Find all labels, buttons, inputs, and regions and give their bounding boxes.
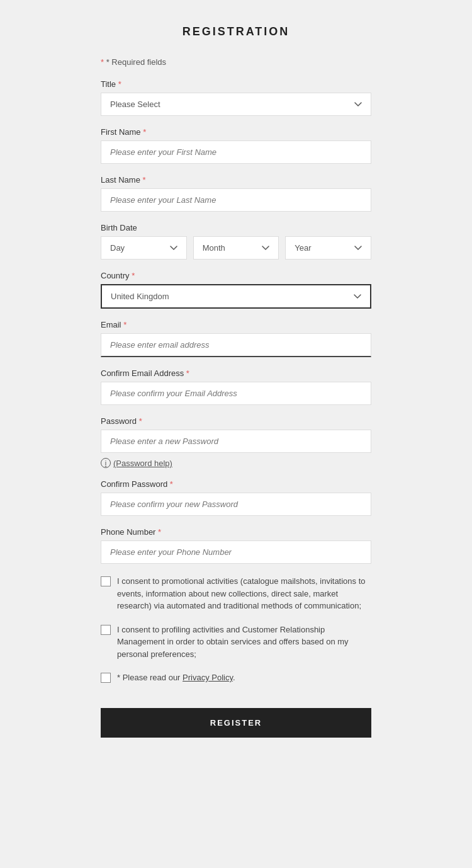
first-name-group: First Name * bbox=[101, 127, 371, 164]
birth-date-group: Birth Date Day Month Year bbox=[101, 223, 371, 260]
phone-asterisk: * bbox=[158, 527, 161, 537]
title-label: Title * bbox=[101, 79, 371, 89]
password-help-link[interactable]: i (Password help) bbox=[101, 458, 371, 468]
confirm-email-asterisk: * bbox=[186, 368, 189, 378]
password-asterisk: * bbox=[139, 416, 142, 426]
last-name-label: Last Name * bbox=[101, 175, 371, 185]
confirm-email-label: Confirm Email Address * bbox=[101, 368, 371, 378]
country-group: Country * United Kingdom United States F… bbox=[101, 271, 371, 309]
consent1-label: I consent to promotional activities (cat… bbox=[117, 575, 371, 612]
consent2-label: I consent to profiling activities and Cu… bbox=[117, 624, 371, 661]
password-label: Password * bbox=[101, 416, 371, 426]
last-name-input[interactable] bbox=[101, 188, 371, 212]
month-wrapper: Month bbox=[193, 236, 279, 260]
first-name-label: First Name * bbox=[101, 127, 371, 137]
phone-label: Phone Number * bbox=[101, 527, 371, 537]
consent2-checkbox[interactable] bbox=[101, 625, 111, 635]
birth-date-row: Day Month Year bbox=[101, 236, 371, 260]
page-title: REGISTRATION bbox=[183, 25, 290, 38]
password-group: Password * i (Password help) bbox=[101, 416, 371, 468]
title-asterisk: * bbox=[118, 79, 121, 89]
first-name-input[interactable] bbox=[101, 140, 371, 164]
consent1-checkbox[interactable] bbox=[101, 576, 111, 586]
privacy-group: * Please read our Privacy Policy. bbox=[101, 671, 371, 684]
country-label: Country * bbox=[101, 271, 371, 280]
confirm-password-asterisk: * bbox=[170, 479, 173, 489]
first-name-asterisk: * bbox=[143, 127, 146, 137]
email-group: Email * bbox=[101, 320, 371, 357]
consent1-group: I consent to promotional activities (cat… bbox=[101, 575, 371, 612]
confirm-password-label: Confirm Password * bbox=[101, 479, 371, 489]
confirm-email-group: Confirm Email Address * bbox=[101, 368, 371, 405]
info-icon: i bbox=[101, 458, 111, 468]
consent2-group: I consent to profiling activities and Cu… bbox=[101, 624, 371, 661]
required-fields-note: * * Required fields bbox=[101, 57, 371, 67]
country-select[interactable]: United Kingdom United States France Germ… bbox=[101, 284, 371, 309]
year-select[interactable]: Year bbox=[285, 236, 371, 260]
day-wrapper: Day bbox=[101, 236, 187, 260]
last-name-asterisk: * bbox=[143, 175, 146, 185]
privacy-checkbox[interactable] bbox=[101, 673, 111, 683]
phone-group: Phone Number * bbox=[101, 527, 371, 564]
page-container: REGISTRATION * * Required fields Title *… bbox=[0, 25, 472, 843]
day-select[interactable]: Day bbox=[101, 236, 187, 260]
register-button[interactable]: REGISTER bbox=[101, 708, 371, 738]
phone-input[interactable] bbox=[101, 540, 371, 564]
country-asterisk: * bbox=[132, 271, 135, 280]
year-wrapper: Year bbox=[285, 236, 371, 260]
required-asterisk: * bbox=[101, 57, 104, 67]
password-input[interactable] bbox=[101, 430, 371, 453]
confirm-email-input[interactable] bbox=[101, 382, 371, 405]
month-select[interactable]: Month bbox=[193, 236, 279, 260]
privacy-policy-link[interactable]: Privacy Policy bbox=[183, 673, 233, 682]
email-label: Email * bbox=[101, 320, 371, 329]
birth-date-label: Birth Date bbox=[101, 223, 371, 232]
title-select[interactable]: Please Select Mr Mrs Miss Ms Dr bbox=[101, 93, 371, 116]
registration-form: * * Required fields Title * Please Selec… bbox=[101, 57, 371, 738]
last-name-group: Last Name * bbox=[101, 175, 371, 212]
confirm-password-input[interactable] bbox=[101, 493, 371, 516]
privacy-label: * Please read our Privacy Policy. bbox=[117, 671, 235, 684]
email-asterisk: * bbox=[123, 320, 126, 329]
email-input[interactable] bbox=[101, 333, 371, 357]
confirm-password-group: Confirm Password * bbox=[101, 479, 371, 516]
title-group: Title * Please Select Mr Mrs Miss Ms Dr bbox=[101, 79, 371, 116]
